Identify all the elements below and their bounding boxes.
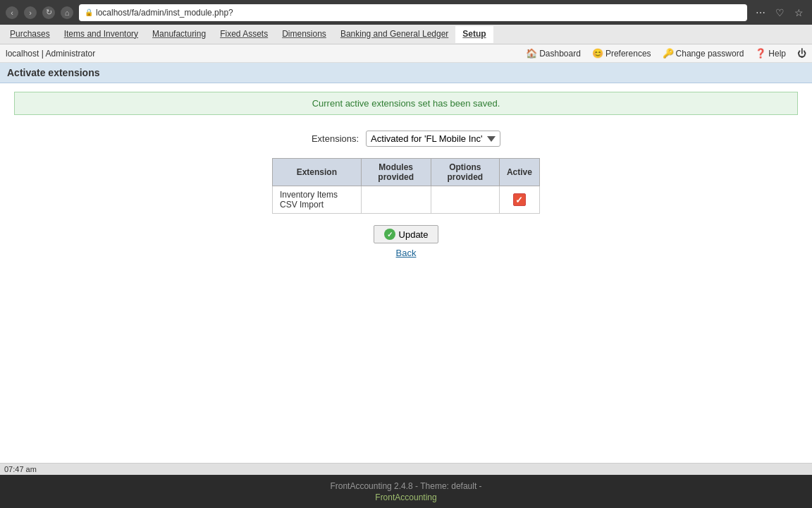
- cell-active[interactable]: [499, 186, 539, 214]
- user-bar: localhost | Administrator 🏠 Dashboard 😊 …: [0, 44, 812, 63]
- footer-version-text: FrontAccounting 2.4.8 - Theme: default -: [330, 481, 481, 491]
- nav-item-dimensions[interactable]: Dimensions: [275, 26, 333, 43]
- extensions-section: Extensions: Activated for 'FL Mobile Inc…: [0, 123, 812, 265]
- browser-bookmark-button[interactable]: ♡: [773, 6, 787, 20]
- help-link[interactable]: ❓ Help: [755, 48, 786, 59]
- user-bar-actions: 🏠 Dashboard 😊 Preferences 🔑 Change passw…: [526, 48, 806, 59]
- extensions-label-row: Extensions: Activated for 'FL Mobile Inc…: [14, 131, 798, 147]
- col-options-provided: Options provided: [431, 159, 499, 186]
- password-icon: 🔑: [663, 48, 674, 59]
- url-text: localhost/fa/admin/inst_module.php?: [96, 8, 233, 18]
- dashboard-label: Dashboard: [539, 49, 581, 59]
- nav-item-manufacturing[interactable]: Manufacturing: [145, 26, 213, 43]
- update-check-icon: ✓: [384, 229, 395, 240]
- address-bar[interactable]: 🔒 localhost/fa/admin/inst_module.php?: [79, 4, 747, 21]
- cell-options-provided: [431, 186, 499, 214]
- update-button-label: Update: [399, 229, 429, 240]
- preferences-link[interactable]: 😊 Preferences: [592, 48, 651, 59]
- browser-chrome: ‹ › ↻ ⌂ 🔒 localhost/fa/admin/inst_module…: [0, 0, 812, 25]
- preferences-icon: 😊: [592, 48, 603, 59]
- footer: 07:47 am FrontAccounting 2.4.8 - Theme: …: [0, 463, 812, 508]
- back-link[interactable]: Back: [396, 248, 417, 258]
- footer-link[interactable]: FrontAccounting: [6, 492, 806, 502]
- browser-star-button[interactable]: ☆: [792, 6, 806, 20]
- help-label: Help: [768, 49, 786, 59]
- preferences-label: Preferences: [605, 49, 651, 59]
- col-modules-provided: Modules provided: [361, 159, 431, 186]
- change-password-link[interactable]: 🔑 Change password: [663, 48, 744, 59]
- logout-icon: ⏻: [797, 48, 806, 59]
- browser-home-button[interactable]: ⌂: [61, 6, 73, 19]
- browser-reload-button[interactable]: ↻: [42, 6, 55, 19]
- active-checkbox[interactable]: [513, 193, 526, 206]
- cell-extension-name: Inventory Items CSV Import: [273, 186, 362, 214]
- browser-menu-button[interactable]: ⋯: [753, 6, 768, 20]
- update-button[interactable]: ✓ Update: [374, 225, 439, 243]
- extensions-select[interactable]: Activated for 'FL Mobile Inc': [366, 131, 500, 147]
- browser-forward-button[interactable]: ›: [24, 6, 37, 19]
- change-password-label: Change password: [676, 49, 744, 59]
- page-content: Current active extensions set has been s…: [0, 92, 812, 265]
- footer-main: FrontAccounting 2.4.8 - Theme: default -…: [0, 475, 812, 508]
- browser-back-button[interactable]: ‹: [6, 6, 18, 19]
- breadcrumb: localhost | Administrator: [6, 49, 95, 59]
- table-row: Inventory Items CSV Import: [273, 186, 540, 214]
- cell-modules-provided: [361, 186, 431, 214]
- browser-actions: ⋯ ♡ ☆: [753, 6, 806, 20]
- nav-item-purchases[interactable]: Purchases: [3, 26, 57, 43]
- logout-link[interactable]: ⏻: [797, 48, 806, 59]
- footer-time: 07:47 am: [0, 463, 812, 475]
- extensions-label: Extensions:: [312, 133, 359, 144]
- dashboard-icon: 🏠: [526, 48, 537, 59]
- help-icon: ❓: [755, 48, 766, 59]
- top-nav: Purchases Items and Inventory Manufactur…: [0, 25, 812, 44]
- col-extension: Extension: [273, 159, 362, 186]
- page-title: Activate extensions: [0, 63, 812, 83]
- table-header-row: Extension Modules provided Options provi…: [273, 159, 540, 186]
- col-active: Active: [499, 159, 539, 186]
- nav-item-items-inventory[interactable]: Items and Inventory: [57, 26, 145, 43]
- nav-item-setup[interactable]: Setup: [455, 26, 493, 43]
- success-message: Current active extensions set has been s…: [14, 92, 798, 115]
- extensions-table: Extension Modules provided Options provi…: [272, 158, 540, 214]
- nav-item-banking[interactable]: Banking and General Ledger: [333, 26, 455, 43]
- extensions-table-wrapper: Extension Modules provided Options provi…: [14, 158, 798, 214]
- security-icon: 🔒: [85, 8, 93, 16]
- dashboard-link[interactable]: 🏠 Dashboard: [526, 48, 581, 59]
- nav-item-fixed-assets[interactable]: Fixed Assets: [213, 26, 275, 43]
- buttons-row: ✓ Update Back: [14, 225, 798, 258]
